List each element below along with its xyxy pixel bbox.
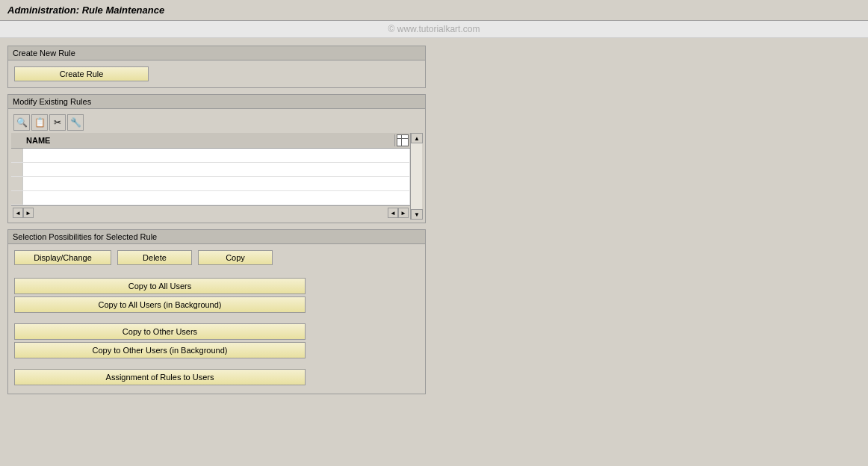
separator-2: [14, 315, 419, 321]
row-selector-1: [11, 149, 23, 162]
toolbar-icon-4: 🔧: [70, 117, 81, 128]
copy-other-users-bg-button[interactable]: Copy to Other Users (in Background): [14, 342, 306, 358]
column-settings-icon[interactable]: [395, 133, 410, 148]
toolbar-icon-3: ✂: [54, 117, 61, 128]
table-footer: ◄ ► ◄ ►: [11, 205, 410, 220]
rules-table: NAME: [11, 133, 410, 220]
toolbar-icon-1: 🔍: [16, 117, 28, 128]
copy-all-users-bg-button[interactable]: Copy to All Users (in Background): [14, 296, 306, 313]
row-cell-3: [23, 177, 410, 190]
title-bar: Administration: Rule Maintenance: [0, 0, 868, 21]
row-cell-4: [23, 191, 410, 205]
row-cell-2: [23, 163, 410, 176]
primary-button-row: Display/Change Delete Copy: [14, 250, 419, 265]
toolbar-btn-1[interactable]: 🔍: [13, 114, 30, 131]
copy-button[interactable]: Copy: [198, 250, 273, 265]
row-cell-1: [23, 149, 410, 162]
modify-rules-section: Modify Existing Rules 🔍 📋 ✂ 🔧: [7, 94, 426, 223]
display-change-button[interactable]: Display/Change: [14, 250, 111, 265]
watermark-bar: © www.tutorialkart.com: [0, 21, 868, 38]
scroll-up-arrow[interactable]: ▲: [411, 133, 423, 143]
name-column-header: NAME: [23, 134, 395, 146]
watermark-text: © www.tutorialkart.com: [388, 24, 480, 34]
create-rule-section: Create New Rule Create Rule: [7, 46, 426, 88]
toolbar-btn-3[interactable]: ✂: [49, 114, 66, 131]
create-rule-button[interactable]: Create Rule: [14, 66, 149, 81]
table-row[interactable]: [11, 177, 410, 191]
nav-scroll-right-button[interactable]: ►: [398, 208, 409, 218]
row-selector-2: [11, 163, 23, 176]
assignment-rules-users-button[interactable]: Assignment of Rules to Users: [14, 369, 306, 385]
modify-toolbar: 🔍 📋 ✂ 🔧: [11, 112, 422, 133]
scroll-track: [411, 143, 422, 209]
modify-rules-section-title: Modify Existing Rules: [8, 95, 425, 109]
copy-other-users-button[interactable]: Copy to Other Users: [14, 323, 306, 340]
modify-rules-section-body: 🔍 📋 ✂ 🔧 NAME: [8, 109, 425, 223]
selection-section-title: Selection Possibilities for Selected Rul…: [8, 230, 425, 244]
create-rule-section-body: Create Rule: [8, 60, 425, 87]
toolbar-btn-2[interactable]: 📋: [31, 114, 48, 131]
table-row[interactable]: [11, 163, 410, 177]
copy-all-users-button[interactable]: Copy to All Users: [14, 278, 306, 294]
toolbar-icon-2: 📋: [34, 117, 46, 128]
table-row[interactable]: [11, 191, 410, 205]
nav-right-button[interactable]: ►: [23, 208, 34, 218]
main-content: Create New Rule Create Rule Modify Exist…: [0, 38, 868, 402]
create-rule-section-title: Create New Rule: [8, 46, 425, 60]
nav-scroll-left-button[interactable]: ◄: [388, 208, 398, 218]
table-row[interactable]: [11, 149, 410, 163]
separator-3: [14, 361, 419, 367]
selection-section-body: Display/Change Delete Copy Copy to All U…: [8, 244, 425, 394]
grid-settings-icon: [397, 134, 409, 146]
selection-section: Selection Possibilities for Selected Rul…: [7, 229, 426, 394]
delete-button[interactable]: Delete: [117, 250, 192, 265]
nav-left-button[interactable]: ◄: [13, 208, 23, 218]
rules-table-wrapper: NAME: [11, 133, 422, 220]
row-selector-3: [11, 177, 23, 190]
row-selector-4: [11, 191, 23, 205]
scroll-down-arrow[interactable]: ▼: [411, 209, 423, 220]
vertical-scrollbar[interactable]: ▲ ▼: [410, 133, 422, 220]
app-title: Administration: Rule Maintenance: [7, 4, 164, 16]
separator-1: [14, 270, 419, 276]
table-header-row: NAME: [11, 133, 410, 149]
toolbar-btn-4[interactable]: 🔧: [67, 114, 84, 131]
